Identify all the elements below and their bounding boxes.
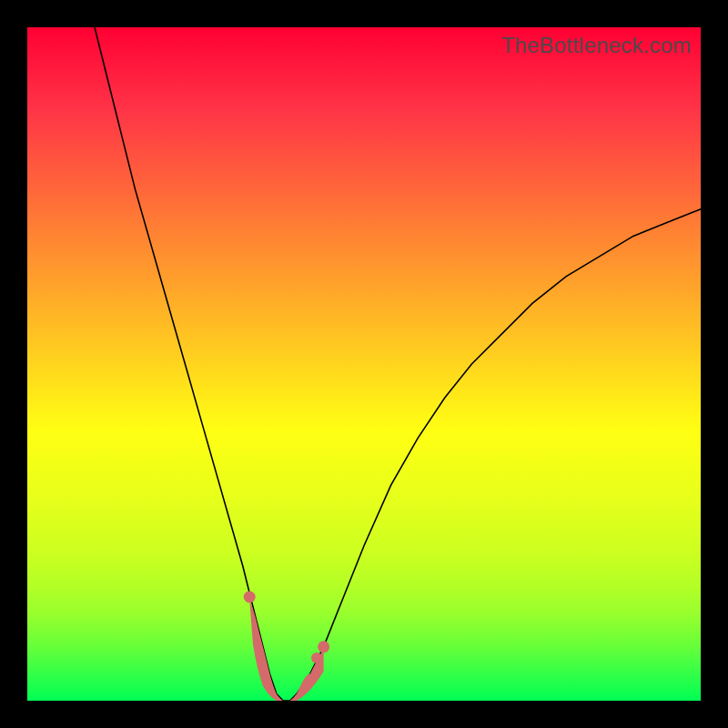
- bottleneck-curve: [27, 27, 701, 701]
- min-band-dot-left: [244, 592, 256, 603]
- curve-path: [95, 27, 701, 701]
- min-band-dot-right: [318, 641, 329, 652]
- chart-frame: TheBottleneck.com: [0, 0, 728, 728]
- minimum-band-area: [249, 600, 323, 701]
- min-band-dot-right2: [311, 652, 322, 663]
- plot-area: TheBottleneck.com: [27, 27, 701, 701]
